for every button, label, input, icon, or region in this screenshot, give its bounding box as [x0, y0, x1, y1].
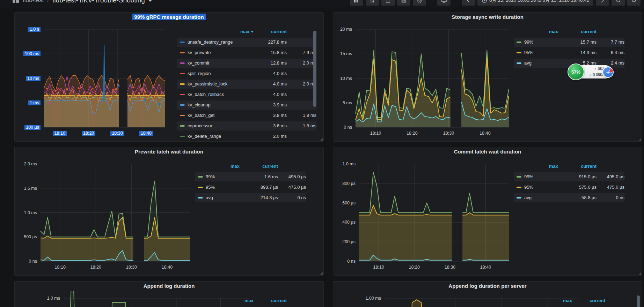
apps-grid-icon[interactable] — [13, 0, 19, 5]
y-axis-tick-label: 0 ns — [333, 259, 356, 264]
series-max-value: 15.7 ms — [558, 38, 597, 47]
series-label[interactable]: 99% — [524, 38, 558, 47]
panel-title[interactable]: Storage async write duration — [333, 14, 642, 20]
series-color-swatch — [517, 62, 521, 64]
series-color-swatch — [198, 187, 203, 188]
overlay-add-button[interactable]: + — [602, 67, 614, 78]
panel-resize-handle[interactable] — [639, 138, 641, 141]
star-button[interactable] — [366, 0, 379, 6]
save-button[interactable] — [397, 0, 410, 6]
panel-resize-handle[interactable] — [639, 272, 641, 275]
series-label[interactable]: kv_prewrite — [188, 48, 254, 57]
series-label[interactable]: 95% — [206, 183, 240, 192]
series-current-value — [287, 38, 316, 47]
legend-scrollbar[interactable] — [313, 31, 316, 107]
series-max-value: 3.8 ms — [254, 111, 287, 120]
legend-sort-max[interactable]: max — [524, 28, 558, 36]
series-label[interactable]: 99% — [524, 172, 558, 181]
tv-mode-button[interactable] — [437, 0, 451, 6]
settings-button[interactable] — [413, 0, 426, 6]
panel-title[interactable]: 99% gRPC messge duration — [15, 14, 323, 20]
series-label[interactable]: 95% — [524, 48, 558, 57]
breadcrumb-folder[interactable]: tidb-test — [23, 0, 44, 4]
x-axis-tick-label: 18:40 — [134, 130, 158, 136]
legend-row: kv_cleanup3.9 ms — [177, 100, 316, 110]
series-current-value: 495.0 µs — [597, 172, 624, 181]
overlay-percent: 57% — [571, 69, 580, 75]
magnifier-icon — [615, 0, 621, 3]
panel-append-log-duration: Append log duration 1.0 ms18:1018:2018:3… — [14, 281, 324, 307]
legend-sort-current[interactable]: current — [572, 297, 605, 305]
legend-sort-current[interactable]: current — [558, 163, 597, 170]
chevron-down-icon[interactable] — [148, 0, 152, 3]
nav-actions: 6月 25, 2020 18:05:58 to 6月 25, 2020 18:4… — [350, 0, 641, 6]
x-axis-tick-label: 18:10 — [47, 130, 72, 136]
legend-sort-current[interactable]: current — [558, 28, 597, 36]
panel-commit-latch-wait-duration: Commit latch wait duration 1.0 ms800 µs6… — [333, 147, 642, 276]
series-label[interactable]: avg — [524, 59, 558, 68]
series-label[interactable]: kv_cleanup — [188, 100, 254, 110]
series-max-value: 15.8 ms — [254, 48, 287, 57]
legend-sort-max[interactable]: max — [506, 297, 572, 305]
legend-header: maxcurrent — [177, 28, 316, 36]
series-label[interactable]: kv_pessimistic_lock — [188, 80, 254, 89]
series-label[interactable]: 99% — [206, 172, 240, 181]
time-range-button[interactable]: 6月 25, 2020 18:05:58 to 6月 25, 2020 18:4… — [477, 0, 593, 6]
series-label[interactable]: kv_delete_range — [188, 132, 254, 141]
y-axis-tick-label: 800 µs — [333, 181, 356, 186]
legend-sort-max[interactable]: max — [206, 163, 240, 170]
series-label[interactable]: split_region — [188, 69, 254, 78]
legend-sort-current[interactable]: current — [254, 297, 287, 305]
legend-row: kv_pessimistic_lock4.0 ms2.0 ms — [177, 80, 316, 89]
y-axis-tick-label: 1.5 ms — [15, 186, 37, 191]
legend-sort-current[interactable]: current — [254, 28, 287, 36]
series-max-value: 227.8 ms — [254, 38, 287, 47]
legend-rows: 99%915.0 µs495.0 µs95%575.0 µs475.0 µsav… — [514, 172, 624, 202]
series-label[interactable]: kv_batch_get — [188, 111, 254, 120]
refresh-icon — [631, 0, 637, 3]
overlay-percent-badge[interactable]: 57% — [568, 63, 584, 80]
panel-grpc-message-duration: 99% gRPC messge duration 1.0 s100 ms10 m… — [14, 12, 324, 142]
screen-share-overlay[interactable]: 57% ↑0K/s ↓0.08K/s + — [568, 63, 614, 80]
x-axis-tick-label: 18:20 — [400, 130, 424, 136]
y-axis-tick-label: 400 µs — [333, 219, 356, 225]
legend-table: maxcurrent — [177, 297, 321, 307]
series-label[interactable]: unsafe_destroy_range — [188, 38, 254, 47]
refresh-button[interactable] — [627, 0, 641, 6]
series-label[interactable]: kv_commit — [188, 59, 254, 68]
legend-row: kv_batch_get3.8 ms1.8 ms — [177, 111, 316, 120]
legend-scrollbar[interactable] — [637, 295, 640, 307]
panel-title[interactable]: Append log duration — [15, 283, 323, 289]
series-label[interactable]: avg — [206, 193, 240, 202]
breadcrumb-dashboard[interactable]: tidb-test-TiKV-Trouble-Shooting — [52, 0, 145, 4]
series-color-swatch — [198, 176, 203, 178]
series-max-value: 575.0 µs — [558, 183, 597, 192]
y-axis-tick-label: 5 ms — [333, 100, 352, 106]
series-label[interactable]: kv_batch_rollback — [188, 90, 254, 99]
legend-sort-max[interactable]: max — [188, 28, 254, 36]
panel-title[interactable]: Commit latch wait duration — [333, 149, 642, 155]
share-button[interactable] — [381, 0, 395, 6]
panel-title[interactable]: Prewrite latch wait duration — [15, 149, 323, 155]
legend-sort-max[interactable]: max — [524, 163, 558, 170]
series-label[interactable]: 95% — [524, 183, 558, 192]
legend-sort-current[interactable]: current — [240, 163, 278, 170]
sort-caret-icon — [251, 31, 254, 33]
series-current-value: 2.0 ms — [287, 59, 316, 68]
add-panel-button[interactable] — [350, 0, 363, 6]
panel-resize-handle[interactable] — [320, 272, 323, 275]
legend-row: 95%893.7 µs475.0 µs — [195, 183, 306, 192]
series-current-value: 475.0 µs — [597, 183, 624, 192]
legend-sort-max[interactable]: max — [188, 297, 254, 305]
zoom-out-button[interactable] — [612, 0, 625, 6]
notification-dot — [609, 69, 613, 73]
time-forward-button[interactable] — [596, 0, 609, 6]
panel-resize-handle[interactable] — [320, 138, 323, 141]
panel-title[interactable]: Append log duration per server — [333, 283, 642, 289]
time-back-button[interactable] — [462, 0, 475, 6]
legend-header: maxcurrent — [514, 163, 624, 170]
series-label[interactable]: coprocessor — [188, 121, 254, 130]
series-color-swatch — [180, 62, 185, 64]
series-max-value: 214.3 µs — [240, 193, 278, 202]
series-label[interactable]: avg — [524, 193, 558, 202]
